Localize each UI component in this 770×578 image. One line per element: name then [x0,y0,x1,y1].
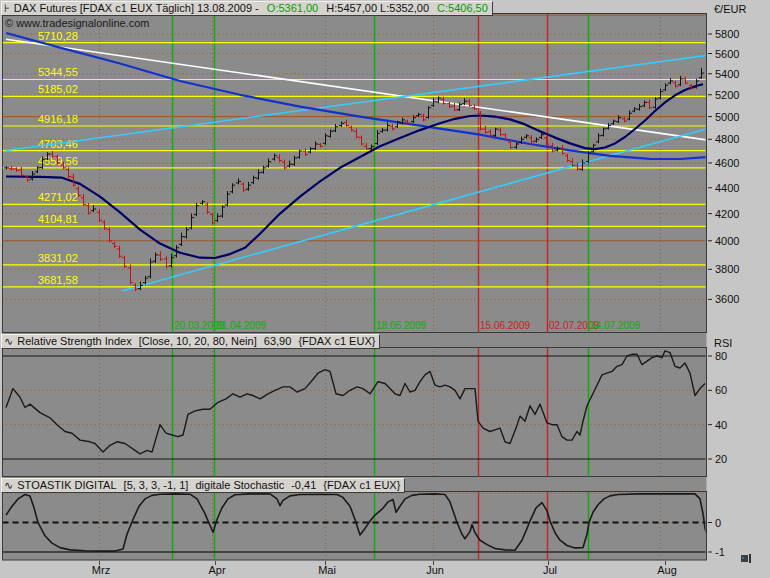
rsi-params: [Close, 10, 20, 80, Nein] [139,335,257,347]
price-tick-label: 4200 [715,208,739,220]
price-axis-title: €/EUR [714,3,746,15]
chart-title-bar[interactable]: ⊦ DAX Futures [FDAX c1 EUX Täglich] 13.0… [1,1,493,16]
rsi-tick-label: 40 [715,419,727,431]
price-level-label: 5185,02 [38,83,78,95]
chart-title-text: DAX Futures [FDAX c1 EUX Täglich] 13.08.… [14,2,259,14]
stochastic-desc: digitale Stochastic [195,479,284,491]
x-axis-month-label: Mai [318,564,336,576]
stochastic-params: [5, 3, 3, -1, 1] [124,479,189,491]
stochastic-panel-header[interactable]: ∿ STOASTIK DIGITAL [5, 3, 3, -1, 1] digi… [1,478,405,493]
price-tick-label: 4600 [715,157,739,169]
price-level-label: 5710,28 [38,30,78,42]
price-level-label: 4271,02 [38,191,78,203]
price-level-label: 4916,18 [38,113,78,125]
rsi-tick-label: 80 [715,350,727,362]
open-value: O:5361,00 [267,2,318,14]
price-level-label: 4104,81 [38,213,78,225]
price-level-label: 3681,58 [38,274,78,286]
rsi-name: Relative Strength Index [17,335,131,347]
price-tick-label: 5600 [715,48,739,60]
rsi-panel[interactable] [3,348,707,477]
rsi-axis-title: RSI [714,337,732,349]
price-tick-label: 5200 [715,89,739,101]
stoch-tick-label: -1 [715,546,725,558]
x-axis-month-label: Aug [657,564,677,576]
price-tick-label: 5000 [715,111,739,123]
stochastic-instrument: {FDAX c1 EUX} [323,479,400,491]
x-axis-month-label: Apr [208,564,225,576]
price-level-label: 3831,02 [38,252,78,264]
event-date-label: 01.04.2009 [216,320,266,331]
price-tick-label: 3800 [715,263,739,275]
price-tick-label: 4000 [715,235,739,247]
chart-window-icon: ⊦ [4,2,10,14]
price-tick-label: 5400 [715,68,739,80]
price-tick-label: 4800 [715,133,739,145]
x-axis-month-label: Jul [543,564,557,576]
rsi-panel-header[interactable]: ∿ Relative Strength Index [Close, 10, 20… [1,334,380,349]
high-low-value: H:5457,00 L:5352,00 [326,2,429,14]
chart-tool-icon[interactable] [741,549,753,558]
rsi-instrument: {FDAX c1 EUX} [298,335,375,347]
price-tick-label: 5800 [715,28,739,40]
stoch-tick-label: 0 [715,517,721,529]
price-tick-label: 4400 [715,182,739,194]
indicator-wave-icon: ∿ [4,479,13,491]
x-axis-month-label: Mrz [92,564,110,576]
rsi-tick-label: 20 [715,453,727,465]
price-tick-label: 3600 [715,293,739,305]
event-date-label: 18.05.2009 [376,320,426,331]
stochastic-name: STOASTIK DIGITAL [17,479,116,491]
event-date-label: 14.07.2009 [590,320,640,331]
close-value: C:5406,50 [437,2,488,14]
indicator-wave-icon: ∿ [4,335,13,347]
x-axis-month-label: Jun [426,564,444,576]
price-level-label: 5344,55 [38,66,78,78]
rsi-value: 63,90 [264,335,292,347]
copyright-text: © www.tradesignalonline.com [5,17,149,29]
rsi-tick-label: 60 [715,384,727,396]
stochastic-value: -0,41 [291,479,316,491]
right-price-axis: 5800560054005200500048004600440042004000… [708,28,739,558]
event-date-label: 15.06.2009 [480,320,530,331]
tradesignal-chart-window: { "window": { "title_icon": "⊦", "title_… [0,0,770,578]
